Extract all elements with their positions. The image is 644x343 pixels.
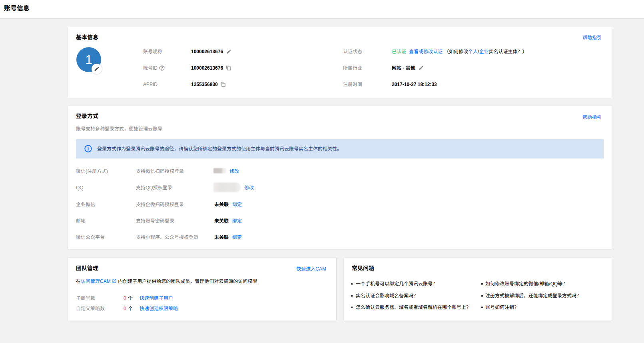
svg-text:?: ? — [161, 66, 163, 70]
